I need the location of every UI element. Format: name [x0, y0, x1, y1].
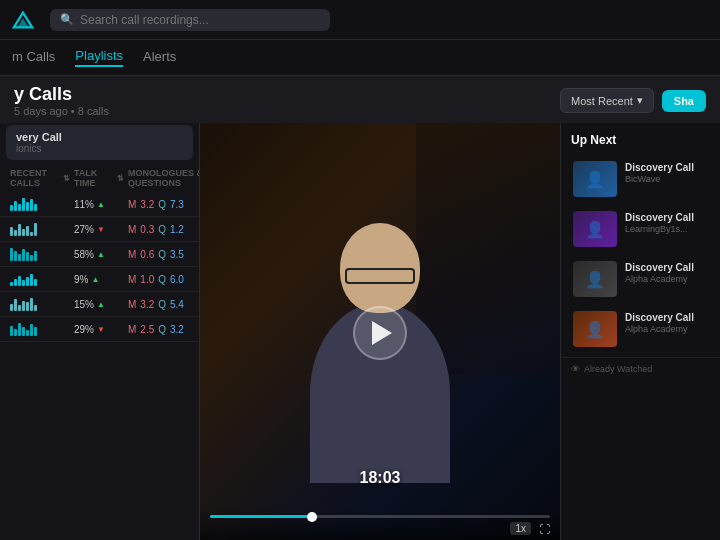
up-next-list: 👤Discovery Call BicWave👤Discovery Call L… [561, 155, 720, 353]
call-bars [10, 197, 70, 211]
next-thumb: 👤 [573, 161, 617, 197]
speed-badge[interactable]: 1x [510, 522, 531, 535]
play-button[interactable] [353, 306, 407, 360]
search-icon: 🔍 [60, 13, 74, 26]
call-bars [10, 297, 70, 311]
header-actions: Most Recent ▾ Sha [560, 88, 706, 113]
talk-time: 27%▼ [74, 224, 124, 235]
next-item-info: Discovery Call Alpha Academy [625, 261, 708, 284]
tab-bar: m Calls Playlists Alerts [0, 40, 720, 76]
talk-time: 58%▲ [74, 249, 124, 260]
chevron-down-icon: ▾ [637, 94, 643, 107]
sort-dropdown[interactable]: Most Recent ▾ [560, 88, 654, 113]
mono-q: M2.5Q3.2 [128, 324, 200, 335]
share-button[interactable]: Sha [662, 90, 706, 112]
next-sub: BicWave [625, 174, 708, 184]
next-thumb: 👤 [573, 211, 617, 247]
next-sub: LearningBy1s... [625, 224, 708, 234]
next-item-info: Discovery Call LearningBy1s... [625, 211, 708, 234]
call-bars [10, 322, 70, 336]
call-bars [10, 272, 70, 286]
person-glasses [345, 268, 415, 284]
tab-team-calls[interactable]: m Calls [12, 49, 55, 66]
already-watched: 👁 Already Watched [561, 357, 720, 380]
right-panel: Up Next 👤Discovery Call BicWave👤Discover… [560, 123, 720, 540]
call-row[interactable]: 29%▼M2.5Q3.2› [0, 317, 199, 342]
progress-fill [210, 515, 312, 518]
search-bar[interactable]: 🔍 [50, 9, 330, 31]
next-title: Discovery Call [625, 261, 708, 274]
main-content: very Call ionics RECENT CALLS ⇅ TALK TIM… [0, 123, 720, 540]
page-meta: 5 days ago • 8 calls [14, 105, 109, 117]
sort-icon-talk: ⇅ [117, 174, 124, 183]
video-controls: 1x ⛶ [200, 509, 560, 540]
tab-playlists[interactable]: Playlists [75, 48, 123, 67]
video-timestamp: 18:03 [360, 469, 401, 487]
table-header: RECENT CALLS ⇅ TALK TIME ⇅ MONOLOGUES & … [0, 162, 199, 192]
fullscreen-icon[interactable]: ⛶ [539, 523, 550, 535]
mono-q: M3.2Q5.4 [128, 299, 200, 310]
current-call-item[interactable]: very Call ionics [6, 125, 193, 160]
next-title: Discovery Call [625, 161, 708, 174]
next-title: Discovery Call [625, 211, 708, 224]
mono-q: M0.3Q1.2 [128, 224, 200, 235]
next-item-info: Discovery Call Alpha Academy [625, 311, 708, 334]
mono-q: M1.0Q6.0 [128, 274, 200, 285]
talk-time: 29%▼ [74, 324, 124, 335]
video-background: 18:03 1x ⛶ [200, 123, 560, 540]
talk-time: 15%▲ [74, 299, 124, 310]
page-header: y Calls 5 days ago • 8 calls Most Recent… [0, 76, 720, 123]
tab-alerts[interactable]: Alerts [143, 49, 176, 66]
next-item[interactable]: 👤Discovery Call Alpha Academy [565, 255, 716, 303]
mono-q: M3.2Q7.3 [128, 199, 200, 210]
call-row[interactable]: 58%▲M0.6Q3.5› [0, 242, 199, 267]
th-recent-calls[interactable]: RECENT CALLS ⇅ [10, 168, 70, 188]
call-row[interactable]: 15%▲M3.2Q5.4› [0, 292, 199, 317]
search-input[interactable] [80, 13, 320, 27]
next-sub: Alpha Academy [625, 324, 708, 334]
next-item[interactable]: 👤Discovery Call LearningBy1s... [565, 205, 716, 253]
next-title: Discovery Call [625, 311, 708, 324]
call-bars [10, 222, 70, 236]
page-title: y Calls [14, 84, 109, 105]
controls-row: 1x ⛶ [210, 522, 550, 535]
next-thumb: 👤 [573, 261, 617, 297]
sort-icon: ⇅ [63, 174, 70, 183]
eye-icon: 👁 [571, 364, 580, 374]
call-rows-list: 11%▲M3.2Q7.3›27%▼M0.3Q1.2›58%▲M0.6Q3.5›9… [0, 192, 199, 342]
progress-bar[interactable] [210, 515, 550, 518]
call-company: ionics [16, 143, 183, 154]
play-icon [372, 321, 392, 345]
call-row[interactable]: 11%▲M3.2Q7.3› [0, 192, 199, 217]
th-talk-time[interactable]: TALK TIME ⇅ [74, 168, 124, 188]
next-item[interactable]: 👤Discovery Call Alpha Academy [565, 305, 716, 353]
next-thumb: 👤 [573, 311, 617, 347]
th-monologues: MONOLOGUES & QUESTIONS [128, 168, 200, 188]
talk-time: 9%▲ [74, 274, 124, 285]
left-panel: very Call ionics RECENT CALLS ⇅ TALK TIM… [0, 123, 200, 540]
call-name: very Call [16, 131, 183, 143]
person-head [340, 223, 420, 313]
call-row[interactable]: 9%▲M1.0Q6.0› [0, 267, 199, 292]
mono-q: M0.6Q3.5 [128, 249, 200, 260]
video-area: 18:03 1x ⛶ [200, 123, 560, 540]
next-item[interactable]: 👤Discovery Call BicWave [565, 155, 716, 203]
progress-handle[interactable] [307, 512, 317, 522]
talk-time: 11%▲ [74, 199, 124, 210]
top-nav: 🔍 [0, 0, 720, 40]
call-bars [10, 247, 70, 261]
call-row[interactable]: 27%▼M0.3Q1.2› [0, 217, 199, 242]
logo [12, 9, 34, 31]
up-next-header: Up Next [561, 123, 720, 153]
next-sub: Alpha Academy [625, 274, 708, 284]
next-item-info: Discovery Call BicWave [625, 161, 708, 184]
